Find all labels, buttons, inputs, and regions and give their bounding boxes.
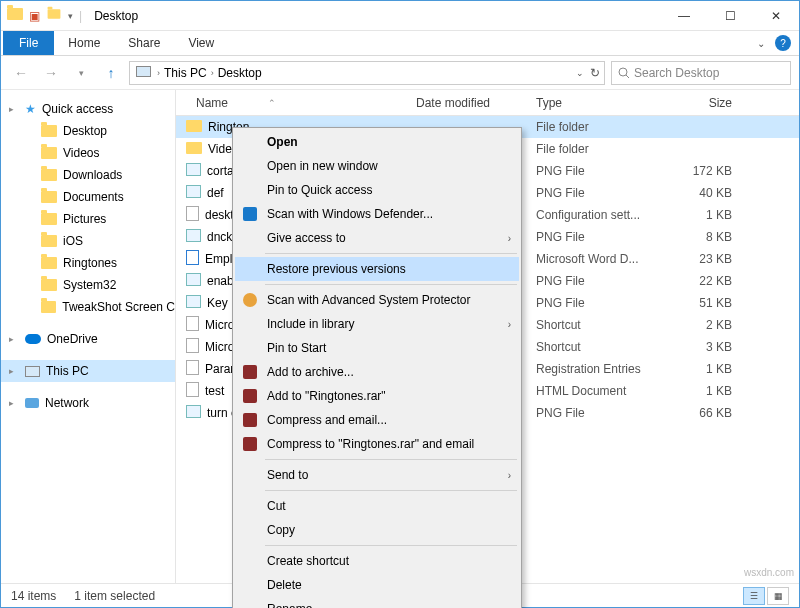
nav-recent-button[interactable]: ▾ — [69, 61, 93, 85]
chevron-right-icon[interactable]: › — [157, 68, 160, 78]
sidebar-quick-access[interactable]: ▸★Quick access — [1, 98, 175, 120]
file-icon — [186, 142, 202, 157]
file-icon — [186, 206, 199, 224]
folder-icon — [41, 257, 57, 269]
window-title: Desktop — [88, 9, 661, 23]
context-menu-item[interactable]: Rename — [235, 597, 519, 608]
sidebar: ▸★Quick access DesktopVideosDownloadsDoc… — [1, 90, 176, 583]
rar-icon — [241, 413, 259, 427]
qat-dropdown-icon[interactable]: ▾ — [68, 11, 73, 21]
context-menu-item[interactable]: Pin to Quick access — [235, 178, 519, 202]
file-icon — [186, 120, 202, 135]
folder-icon — [41, 213, 57, 225]
file-icon — [186, 295, 201, 311]
context-menu-item[interactable]: Open in new window — [235, 154, 519, 178]
tab-home[interactable]: Home — [54, 31, 114, 55]
context-menu-item[interactable]: Give access to› — [235, 226, 519, 250]
sidebar-this-pc[interactable]: ▸This PC — [1, 360, 175, 382]
watermark: wsxdn.com — [744, 567, 794, 578]
close-button[interactable]: ✕ — [753, 1, 799, 30]
breadcrumb-part[interactable]: Desktop — [218, 66, 262, 80]
status-count: 14 items — [11, 589, 56, 603]
folder-icon — [41, 147, 57, 159]
help-icon[interactable]: ? — [775, 35, 791, 51]
sidebar-item[interactable]: System32 — [1, 274, 175, 296]
ribbon-expand-icon[interactable]: ⌄ — [757, 38, 765, 49]
network-icon — [25, 398, 39, 408]
sidebar-item[interactable]: Videos — [1, 142, 175, 164]
qat-newfolder-icon[interactable] — [46, 8, 62, 23]
titlebar: ▣ ▾ | Desktop — ☐ ✕ — [1, 1, 799, 31]
context-menu-item[interactable]: Scan with Advanced System Protector — [235, 288, 519, 312]
nav-up-button[interactable]: ↑ — [99, 61, 123, 85]
context-menu-item[interactable]: Copy — [235, 518, 519, 542]
context-menu-item[interactable]: Restore previous versions — [235, 257, 519, 281]
sidebar-item[interactable]: Downloads — [1, 164, 175, 186]
file-icon — [186, 250, 199, 268]
file-icon — [186, 316, 199, 334]
column-header-type[interactable]: Type — [536, 96, 676, 110]
context-menu-item[interactable]: Pin to Start — [235, 336, 519, 360]
breadcrumb-part[interactable]: This PC — [164, 66, 207, 80]
file-tab[interactable]: File — [3, 31, 54, 55]
column-header-name[interactable]: Name⌃ — [176, 96, 416, 110]
context-menu-item[interactable]: Compress and email... — [235, 408, 519, 432]
column-header-size[interactable]: Size — [676, 96, 746, 110]
file-icon — [186, 229, 201, 245]
context-menu-item[interactable]: Compress to "Ringtones.rar" and email — [235, 432, 519, 456]
context-menu-item[interactable]: Delete — [235, 573, 519, 597]
folder-icon — [41, 169, 57, 181]
maximize-button[interactable]: ☐ — [707, 1, 753, 30]
context-menu-item[interactable]: Open — [235, 130, 519, 154]
svg-line-1 — [626, 75, 629, 78]
file-icon — [186, 273, 201, 289]
search-input[interactable]: Search Desktop — [611, 61, 791, 85]
chevron-right-icon[interactable]: › — [211, 68, 214, 78]
asp-icon — [241, 293, 259, 307]
view-details-button[interactable]: ☰ — [743, 587, 765, 605]
column-header-date[interactable]: Date modified — [416, 96, 536, 110]
context-menu-item[interactable]: Create shortcut — [235, 549, 519, 573]
refresh-icon[interactable]: ↻ — [590, 66, 600, 80]
sidebar-item[interactable]: iOS — [1, 230, 175, 252]
chevron-right-icon: › — [508, 319, 511, 330]
breadcrumb[interactable]: › This PC › Desktop ⌄ ↻ — [129, 61, 605, 85]
rar-icon — [241, 389, 259, 403]
sidebar-item[interactable]: Pictures — [1, 208, 175, 230]
tab-view[interactable]: View — [174, 31, 228, 55]
context-menu-item[interactable]: Scan with Windows Defender... — [235, 202, 519, 226]
chevron-right-icon: › — [508, 470, 511, 481]
file-icon — [186, 185, 201, 201]
svg-point-0 — [619, 68, 627, 76]
sidebar-item[interactable]: Documents — [1, 186, 175, 208]
context-menu-item[interactable]: Send to› — [235, 463, 519, 487]
qat-properties-icon[interactable]: ▣ — [29, 9, 40, 23]
folder-icon — [41, 301, 56, 313]
search-icon — [618, 67, 630, 79]
folder-icon — [41, 191, 57, 203]
drive-icon — [136, 66, 151, 80]
cloud-icon — [25, 334, 41, 344]
context-menu: OpenOpen in new windowPin to Quick acces… — [232, 127, 522, 608]
minimize-button[interactable]: — — [661, 1, 707, 30]
sidebar-item[interactable]: Desktop — [1, 120, 175, 142]
context-menu-item[interactable]: Add to archive... — [235, 360, 519, 384]
ribbon-tabs: File Home Share View ⌄ ? — [1, 31, 799, 56]
tab-share[interactable]: Share — [114, 31, 174, 55]
folder-icon — [41, 235, 57, 247]
context-menu-item[interactable]: Add to "Ringtones.rar" — [235, 384, 519, 408]
addressbar: ← → ▾ ↑ › This PC › Desktop ⌄ ↻ Search D… — [1, 56, 799, 90]
rar-icon — [241, 437, 259, 451]
sidebar-item[interactable]: TweakShot Screen C — [1, 296, 175, 318]
drive-icon — [25, 366, 40, 377]
context-menu-item[interactable]: Include in library› — [235, 312, 519, 336]
sidebar-network[interactable]: ▸Network — [1, 392, 175, 414]
nav-back-button[interactable]: ← — [9, 61, 33, 85]
sidebar-onedrive[interactable]: ▸OneDrive — [1, 328, 175, 350]
folder-icon — [41, 279, 57, 291]
context-menu-item[interactable]: Cut — [235, 494, 519, 518]
sidebar-item[interactable]: Ringtones — [1, 252, 175, 274]
breadcrumb-dropdown-icon[interactable]: ⌄ — [576, 68, 584, 78]
nav-forward-button: → — [39, 61, 63, 85]
view-thumbnails-button[interactable]: ▦ — [767, 587, 789, 605]
